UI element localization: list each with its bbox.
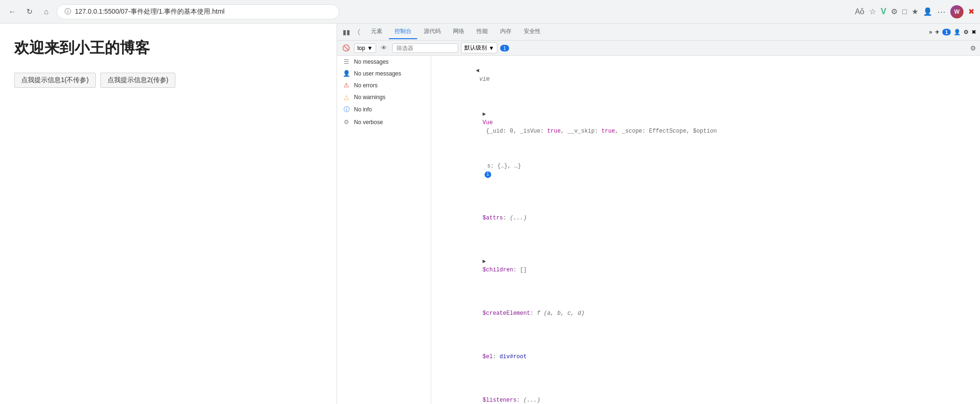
level-label: 默认级别 [464,44,487,52]
expand-arrow-root[interactable]: ▶ [483,111,486,118]
eye-icon[interactable]: 👁 [379,43,389,53]
errors-icon: ⚠ [343,82,350,89]
tab-performance[interactable]: 性能 [471,25,494,39]
code-tree-panel: ◄ vim ▶ Vue {_uid: 0, _isVue: true, __v_… [431,56,980,404]
tree-listeners[interactable]: $listeners: (...) [431,379,980,404]
browser-chrome: ← ↻ ⌂ ⓘ 127.0.0.1:5500/07-事件处理/1.事件的基本使用… [0,0,980,24]
show-info1-button[interactable]: 点我提示信息1(不传参) [14,73,96,88]
split-icon[interactable]: □ [902,8,907,16]
level-selector[interactable]: 默认级别 ▼ [461,42,498,53]
avatar[interactable]: W [950,5,964,18]
tree-el[interactable]: $el: div#root [431,335,980,379]
button-row: 点我提示信息1(不传参) 点我提示信息2(传参) [14,73,322,88]
devtools-toolbar: 🚫 top ▼ 👁 默认级别 ▼ 1 ⚙ [337,41,980,56]
page-content: 欢迎来到小王的博客 点我提示信息1(不传参) 点我提示信息2(传参) [0,24,337,404]
verbose-icon: ⚙ [343,118,350,126]
clear-console-button[interactable]: 🚫 [341,43,351,53]
warnings-icon: △ [343,93,350,101]
warnings-label: No warnings [354,94,386,101]
address-bar[interactable]: ⓘ 127.0.0.1:5500/07-事件处理/1.事件的基本使用.html [57,4,339,19]
devtools-tab-icons: » + 1 👤 ⚙ ✖ [929,28,976,36]
user-messages-icon: 👤 [343,70,350,77]
context-selector[interactable]: top ▼ [354,43,376,53]
translate-icon[interactable]: Aǒ [855,7,865,16]
page-title: 欢迎来到小王的博客 [14,38,322,59]
filter-verbose[interactable]: ⚙ No verbose [337,116,431,128]
tab-memory[interactable]: 内存 [494,25,517,39]
extensions-icon[interactable]: ⚙ [891,7,898,16]
inspect-icon[interactable]: ▮▮ [341,26,352,38]
info-icon: ⓘ [65,8,71,16]
tree-attrs[interactable]: $attrs: (...) [431,196,980,240]
add-tab-icon[interactable]: + [935,28,939,36]
show-info2-button[interactable]: 点我提示信息2(传参) [100,73,175,88]
expand-children[interactable]: ▶ [483,258,486,265]
console-badge: 1 [500,45,509,51]
tab-console[interactable]: 控制台 [389,25,417,39]
close-devtools-icon[interactable]: ✖ [972,29,976,35]
more-tabs-icon[interactable]: » [929,29,932,35]
tree-options-line2: s: {…}, …} i [431,153,980,196]
tab-elements[interactable]: 元素 [365,25,388,39]
all-messages-label: No messages [354,59,388,65]
more-icon[interactable]: ⋯ [937,7,946,17]
errors-label: No errors [354,82,378,89]
filter-input[interactable] [392,43,458,53]
code-tree: ◄ vim ▶ Vue {_uid: 0, _isVue: true, __v_… [431,56,980,404]
top-label: top [357,45,365,51]
vue-icon[interactable]: V [881,7,886,17]
info-badge: i [485,171,491,178]
tab-network[interactable]: 网络 [447,25,470,39]
home-button[interactable]: ⌂ [40,5,53,18]
tree-createelement[interactable]: $createElement: f (a, b, c, d) [431,292,980,335]
message-filter-panel: ☰ No messages 👤 No user messages ⚠ No er… [337,56,431,404]
profile-icon[interactable]: 👤 [923,7,932,16]
devtools-panel: ▮▮ 〈 元素 控制台 源代码 网络 性能 内存 安全性 » + 1 👤 ⚙ ✖… [337,24,980,404]
device-icon[interactable]: 〈 [353,26,364,38]
chevron-level-icon: ▼ [489,45,494,51]
chevron-down-icon: ▼ [367,45,373,51]
star-icon[interactable]: ☆ [869,7,876,16]
info-label: No info [354,106,372,113]
devtools-body: ☰ No messages 👤 No user messages ⚠ No er… [337,56,980,404]
main-layout: 欢迎来到小王的博客 点我提示信息1(不传参) 点我提示信息2(传参) ▮▮ 〈 … [0,24,980,404]
back-button[interactable]: ← [6,5,19,18]
tab-sources[interactable]: 源代码 [418,25,446,39]
settings-icon[interactable]: ⚙ [964,29,969,35]
verbose-label: No verbose [354,119,383,126]
filter-info[interactable]: ⓘ No info [337,103,431,116]
user-icon[interactable]: 👤 [954,29,961,35]
refresh-button[interactable]: ↻ [23,5,36,18]
tree-vue-root[interactable]: ▶ Vue {_uid: 0, _isVue: true, __v_skip: … [431,93,980,153]
info-icon-filter: ⓘ [343,105,350,114]
browser-actions: Aǒ ☆ V ⚙ □ ★ 👤 ⋯ W ✖ [855,5,974,18]
all-messages-icon: ☰ [343,58,350,65]
console-gear-icon[interactable]: ⚙ [970,44,976,52]
devtools-tabs: ▮▮ 〈 元素 控制台 源代码 网络 性能 内存 安全性 » + 1 👤 ⚙ ✖ [337,24,980,41]
filter-errors[interactable]: ⚠ No errors [337,79,431,91]
user-messages-label: No user messages [354,70,401,77]
tree-children[interactable]: ▶ $children: [] [431,240,980,292]
filter-all-messages[interactable]: ☰ No messages [337,56,431,67]
bookmark-icon[interactable]: ★ [912,7,918,16]
tree-collapse[interactable]: ◄ vim [431,58,980,93]
close-icon[interactable]: ✖ [968,7,974,16]
url-text: 127.0.0.1:5500/07-事件处理/1.事件的基本使用.html [75,8,224,16]
filter-warnings[interactable]: △ No warnings [337,91,431,103]
filter-user-messages[interactable]: 👤 No user messages [337,67,431,79]
tab-security[interactable]: 安全性 [518,25,546,39]
error-badge: 1 [942,29,951,35]
collapse-arrow[interactable]: ◄ [476,67,479,74]
